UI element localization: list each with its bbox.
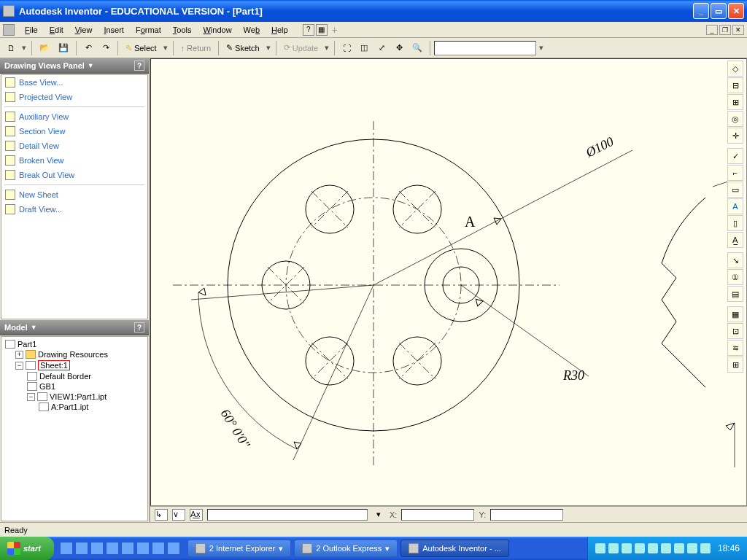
- rt-surface-icon[interactable]: ✓: [727, 148, 743, 164]
- zoom-all-icon[interactable]: ⛶: [338, 40, 355, 56]
- ql-icon-6[interactable]: [136, 542, 150, 555]
- tray-icon[interactable]: [687, 543, 697, 553]
- open-button[interactable]: 📂: [36, 40, 53, 56]
- base-view-item[interactable]: Base View...: [1, 75, 147, 90]
- mdi-close[interactable]: ✕: [732, 25, 744, 35]
- menu-web[interactable]: Web: [238, 24, 266, 36]
- close-button[interactable]: ✕: [728, 3, 744, 19]
- tray-icon[interactable]: [661, 543, 671, 553]
- menu-window[interactable]: Window: [197, 24, 237, 36]
- menu-file[interactable]: File: [19, 24, 44, 36]
- ql-icon-7[interactable]: [152, 542, 165, 555]
- auxiliary-view-item[interactable]: Auxiliary View: [1, 109, 147, 124]
- tray-icon[interactable]: [674, 543, 684, 553]
- new-sheet-item[interactable]: New Sheet: [1, 187, 147, 202]
- rt-symbol-icon[interactable]: ⊞: [727, 357, 743, 373]
- rt-datum-icon[interactable]: ▯: [727, 215, 743, 231]
- tree-a[interactable]: A:Part1.ipt: [4, 402, 145, 412]
- command-input[interactable]: [434, 41, 536, 55]
- panel-help-icon[interactable]: ?: [134, 61, 144, 71]
- tree-view[interactable]: −VIEW1:Part1.ipt: [4, 392, 145, 402]
- rt-weld-icon[interactable]: ⌐: [727, 165, 743, 181]
- rt-fcf-icon[interactable]: ▭: [727, 182, 743, 198]
- menu-view[interactable]: View: [69, 24, 98, 36]
- rt-ordinate-icon[interactable]: ⊞: [727, 94, 743, 110]
- rt-parts-icon[interactable]: ▤: [727, 286, 743, 302]
- plus-icon[interactable]: +: [329, 24, 341, 36]
- zoom-dynamic-icon[interactable]: ⤢: [374, 40, 390, 56]
- rt-center-icon[interactable]: ✛: [727, 128, 743, 144]
- menu-edit[interactable]: Edit: [44, 24, 69, 36]
- help-icon[interactable]: ?: [303, 24, 314, 36]
- rt-balloon-icon[interactable]: ①: [727, 269, 743, 285]
- ql-icon-1[interactable]: [60, 542, 73, 555]
- section-view-item[interactable]: Section View: [1, 124, 147, 139]
- coord-input[interactable]: [207, 509, 368, 521]
- select-dropdown[interactable]: ▾: [162, 43, 169, 52]
- zoom-window-icon[interactable]: ◫: [356, 40, 372, 56]
- menu-help[interactable]: Help: [266, 24, 294, 36]
- tree-resources[interactable]: +Drawing Resources: [4, 349, 145, 359]
- task-ie[interactable]: 2 Internet Explorer▾: [187, 540, 292, 557]
- rt-text-icon[interactable]: A̲: [727, 232, 743, 248]
- undo-button[interactable]: ↶: [80, 40, 96, 56]
- detail-view-item[interactable]: Detail View: [1, 139, 147, 153]
- model-help-icon[interactable]: ?: [134, 322, 144, 332]
- update-dropdown[interactable]: ▾: [323, 43, 330, 52]
- ql-icon-2[interactable]: [75, 542, 88, 555]
- menu-insert[interactable]: Insert: [98, 24, 130, 36]
- zoom-icon[interactable]: 🔍: [409, 40, 426, 56]
- new-dropdown[interactable]: ▾: [20, 43, 28, 52]
- projected-view-item[interactable]: Projected View: [1, 90, 147, 104]
- sketch-dropdown[interactable]: ▾: [265, 43, 272, 52]
- command-dropdown[interactable]: ▾: [538, 43, 545, 52]
- doc-icon[interactable]: [3, 24, 15, 36]
- rt-table-icon[interactable]: ▦: [727, 306, 743, 322]
- rt-datumid-icon[interactable]: A: [727, 198, 743, 214]
- broken-view-item[interactable]: Broken View: [1, 153, 147, 168]
- tray-icon[interactable]: [622, 543, 632, 553]
- menu-tools[interactable]: Tools: [167, 24, 198, 36]
- grid-icon[interactable]: ▦: [316, 24, 328, 36]
- pan-icon[interactable]: ✥: [391, 40, 407, 56]
- save-button[interactable]: 💾: [55, 40, 72, 56]
- rt-general-dim-icon[interactable]: ◇: [727, 61, 743, 77]
- model-panel-header[interactable]: Model▼ ?: [0, 320, 149, 335]
- mdi-restore[interactable]: ❐: [719, 25, 731, 35]
- rt-baseline-icon[interactable]: ⊟: [727, 77, 743, 93]
- tree-root[interactable]: Part1: [4, 339, 145, 349]
- tray-icon[interactable]: [700, 543, 711, 553]
- menu-format[interactable]: Format: [130, 24, 167, 36]
- start-button[interactable]: start: [0, 537, 54, 560]
- taskbar-clock[interactable]: 18:46: [718, 543, 740, 553]
- return-button[interactable]: ↑Return: [177, 40, 215, 56]
- task-outlook[interactable]: 2 Outlook Express▾: [294, 540, 398, 557]
- breakout-view-item[interactable]: Break Out View: [1, 168, 147, 182]
- maximize-button[interactable]: ▭: [711, 3, 727, 19]
- tree-border[interactable]: Default Border: [4, 371, 145, 381]
- redo-button[interactable]: ↷: [98, 40, 114, 56]
- y-input[interactable]: [490, 509, 563, 521]
- sketch-button[interactable]: ✎Sketch: [222, 40, 263, 56]
- snap-icon[interactable]: ↳: [155, 509, 168, 521]
- tray-icon[interactable]: [608, 543, 619, 553]
- rt-leader-icon[interactable]: ↘: [727, 252, 743, 268]
- rt-hole-table-icon[interactable]: ⊡: [727, 323, 743, 339]
- task-inventor[interactable]: Autodesk Inventor - ...: [400, 540, 509, 557]
- tray-icon[interactable]: [648, 543, 658, 553]
- rt-rev-icon[interactable]: ≋: [727, 340, 743, 356]
- rt-hole-icon[interactable]: ◎: [727, 111, 743, 127]
- ql-icon-3[interactable]: [90, 542, 104, 555]
- views-panel-header[interactable]: Drawing Views Panel▼ ?: [0, 58, 149, 74]
- draft-view-item[interactable]: Draft View...: [1, 202, 147, 217]
- tree-gb[interactable]: GB1: [4, 381, 145, 392]
- drawing-canvas[interactable]: Ø100 R30 A 60° 0'0": [150, 58, 747, 506]
- coord-dropdown[interactable]: ▾: [372, 510, 385, 519]
- x-input[interactable]: [401, 509, 474, 521]
- ql-icon-4[interactable]: [106, 542, 119, 555]
- tray-icon[interactable]: [635, 543, 645, 553]
- tray-icon[interactable]: [595, 543, 605, 553]
- tree-sheet[interactable]: −Sheet:1: [4, 359, 145, 371]
- new-button[interactable]: 🗋: [3, 40, 19, 56]
- mdi-minimize[interactable]: _: [706, 25, 718, 35]
